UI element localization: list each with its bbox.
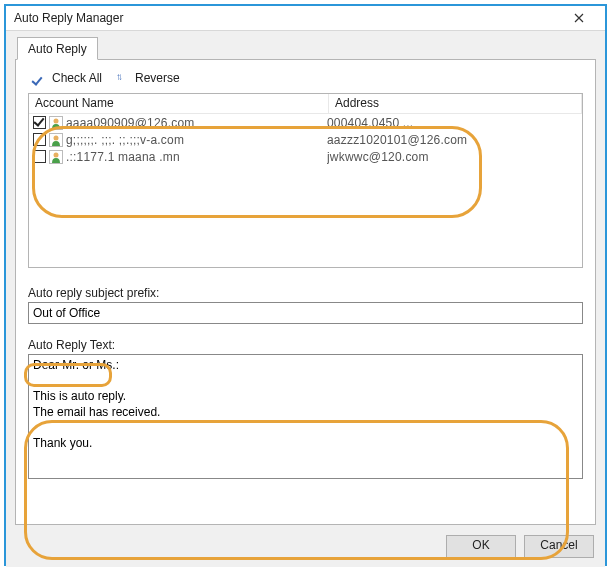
row-checkbox[interactable] — [33, 116, 46, 129]
close-button[interactable] — [559, 6, 599, 30]
tab-auto-reply[interactable]: Auto Reply — [17, 37, 98, 60]
titlebar[interactable]: Auto Reply Manager — [6, 6, 605, 31]
cancel-button[interactable]: Cancel — [524, 535, 594, 558]
col-header-address[interactable]: Address — [329, 94, 582, 113]
reply-text-label: Auto Reply Text: — [28, 338, 583, 352]
reverse-action[interactable]: ↑↓ Reverse — [116, 70, 180, 85]
check-all-action[interactable]: Check All — [32, 70, 102, 85]
table-row[interactable]: .::1177.1 maana .mnjwkwwc@120.com — [29, 148, 582, 165]
person-icon — [49, 133, 63, 147]
person-icon — [49, 150, 63, 164]
client-area: Auto Reply Check All ↑↓ Reverse Account … — [6, 31, 605, 567]
table-row[interactable]: aaaa090909@126.com000404.0450 ... — [29, 114, 582, 131]
reverse-icon: ↑↓ — [116, 70, 131, 85]
svg-point-5 — [54, 152, 59, 157]
svg-point-3 — [54, 135, 59, 140]
cell-account-name: .::1177.1 maana .mn — [66, 150, 327, 164]
window-title: Auto Reply Manager — [14, 11, 559, 25]
table-row[interactable]: g;;;;;;. ;;;. ;;.;;;v-a.comaazzz1020101@… — [29, 131, 582, 148]
cell-account-name: g;;;;;;. ;;;. ;;.;;;v-a.com — [66, 133, 327, 147]
check-all-label: Check All — [52, 71, 102, 85]
reply-text-input[interactable] — [28, 354, 583, 479]
tab-panel: Check All ↑↓ Reverse Account Name Addres… — [15, 59, 596, 525]
ok-button[interactable]: OK — [446, 535, 516, 558]
subject-prefix-label: Auto reply subject prefix: — [28, 286, 583, 300]
col-header-name[interactable]: Account Name — [29, 94, 329, 113]
dialog-footer: OK Cancel — [15, 525, 596, 558]
subject-prefix-input[interactable] — [28, 302, 583, 324]
close-icon — [574, 13, 584, 23]
check-icon — [32, 70, 48, 85]
list-header: Account Name Address — [29, 94, 582, 114]
row-checkbox[interactable] — [33, 133, 46, 146]
cell-address: aazzz1020101@126.com — [327, 133, 582, 147]
cell-address: jwkwwc@120.com — [327, 150, 582, 164]
person-icon — [49, 116, 63, 130]
row-checkbox[interactable] — [33, 150, 46, 163]
reverse-label: Reverse — [135, 71, 180, 85]
cell-address: 000404.0450 ... — [327, 116, 582, 130]
svg-point-1 — [54, 118, 59, 123]
dialog-window: Auto Reply Manager Auto Reply Check All … — [4, 4, 607, 566]
cell-account-name: aaaa090909@126.com — [66, 116, 327, 130]
accounts-list[interactable]: Account Name Address aaaa090909@126.com0… — [28, 93, 583, 268]
